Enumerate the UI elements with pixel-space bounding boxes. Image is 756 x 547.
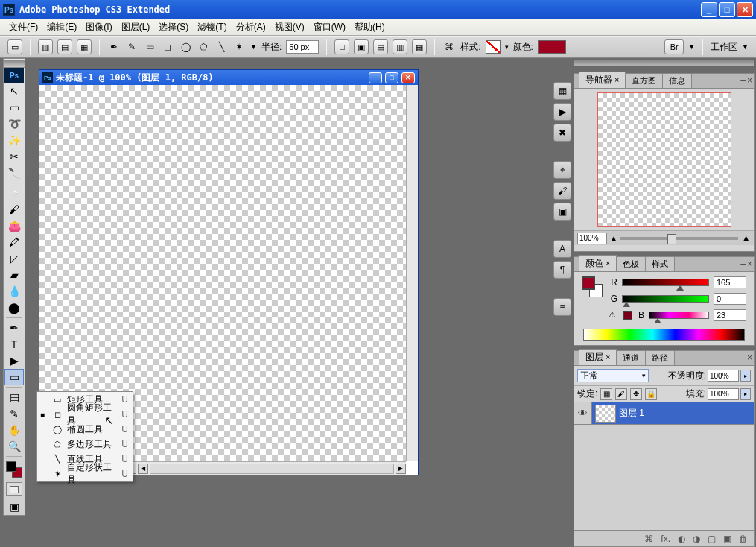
close-button[interactable]: ✕ (737, 2, 753, 17)
color-fg-swatch[interactable] (582, 276, 595, 290)
dodge-tool[interactable]: ⬤ (4, 300, 24, 316)
history-brush-tool[interactable]: 🖍 (4, 234, 24, 250)
dock-tool-presets-icon[interactable]: ⌖ (553, 161, 571, 179)
scroll-left-icon[interactable]: ◀ (138, 464, 148, 474)
paths-icon[interactable]: ▤ (57, 39, 72, 54)
brush-tool[interactable]: 🖌 (4, 201, 24, 218)
scroll-track[interactable] (150, 464, 394, 474)
link-icon[interactable]: ⌘ (442, 40, 456, 54)
crop-tool[interactable]: ✂ (4, 148, 24, 165)
panel-minimize-icon[interactable]: – (740, 352, 746, 363)
menu-help[interactable]: 帮助(H) (350, 19, 390, 35)
zoom-in-icon[interactable]: ▲ (741, 233, 751, 244)
style-chevron-icon[interactable]: ▾ (505, 43, 509, 51)
wand-tool[interactable]: ✨ (4, 132, 24, 148)
menu-layer[interactable]: 图层(L) (117, 19, 155, 35)
path-select-tool[interactable]: ▶ (4, 352, 24, 369)
g-input[interactable] (714, 293, 746, 305)
tab-channels[interactable]: 通道 (616, 350, 646, 365)
shape-options-chevron-icon[interactable]: ▼ (250, 43, 257, 51)
blend-mode-select[interactable]: 正常▾ (577, 369, 649, 382)
dock-navigator-icon[interactable]: ▦ (553, 82, 571, 100)
gradient-tool[interactable]: ▰ (4, 267, 24, 283)
dock-clone-icon[interactable]: ▣ (553, 203, 571, 221)
zoom-tool[interactable]: 🔍 (4, 438, 24, 455)
navigator-zoom-slider[interactable] (620, 237, 738, 240)
tab-histogram[interactable]: 直方图 (625, 73, 663, 88)
ellipse-shape-icon[interactable]: ◯ (179, 40, 192, 54)
pen-icon[interactable]: ✒ (107, 40, 121, 54)
toolbox-grip[interactable] (4, 60, 25, 68)
tab-styles[interactable]: 样式 (645, 256, 675, 271)
rect-shape-icon[interactable]: ▭ (143, 40, 156, 54)
ctx-ellipse-tool[interactable]: ◯ 椭圆工具 U (37, 422, 133, 437)
dock-info-icon[interactable]: ✖ (553, 124, 571, 142)
blur-tool[interactable]: 💧 (4, 283, 24, 300)
gamut-warning-icon[interactable]: ⚠ (609, 310, 619, 320)
vertical-scrollbar[interactable] (406, 85, 418, 461)
color-spectrum[interactable] (583, 329, 745, 341)
notes-tool[interactable]: ▤ (4, 389, 24, 405)
document-titlebar[interactable]: Ps 未标题-1 @ 100% (图层 1, RGB/8) _ □ ✕ (39, 70, 418, 85)
panel-close-icon[interactable]: × (747, 75, 752, 86)
navigator-thumbnail[interactable] (597, 92, 731, 227)
navigator-zoom-input[interactable] (577, 233, 607, 244)
custom-shape-icon[interactable]: ✶ (232, 40, 246, 54)
new-layer-icon[interactable]: ▣ (723, 534, 731, 544)
move-tool[interactable]: ↖ (4, 83, 24, 99)
hand-tool[interactable]: ✋ (4, 422, 24, 438)
quick-mask-icon[interactable] (6, 482, 22, 496)
menu-image[interactable]: 图像(I) (81, 19, 116, 35)
shape-layers-icon[interactable]: ▥ (38, 39, 53, 54)
layer-group-icon[interactable]: ▢ (708, 534, 716, 544)
color-fgbg-swatch[interactable] (582, 276, 603, 297)
opacity-chevron-icon[interactable]: ▸ (740, 370, 751, 382)
freeform-pen-icon[interactable]: ✎ (125, 40, 139, 54)
ctx-custom-shape-tool[interactable]: ✶ 自定形状工具 U (37, 467, 133, 481)
lock-transparent-icon[interactable]: ▦ (600, 388, 612, 400)
eraser-tool[interactable]: ◸ (4, 250, 24, 267)
menu-analysis[interactable]: 分析(A) (232, 19, 270, 35)
b-input[interactable] (714, 309, 746, 321)
combine-exclude-icon[interactable]: ▦ (412, 39, 427, 54)
shape-tool[interactable]: ▭ (4, 369, 24, 385)
dock-brushes-icon[interactable]: 🖌 (553, 182, 571, 200)
gamut-color-icon[interactable] (623, 311, 632, 320)
dock-paragraph-icon[interactable]: ¶ (553, 261, 571, 279)
line-shape-icon[interactable]: ╲ (215, 40, 228, 54)
layer-row[interactable]: 👁 图层 1 (574, 402, 754, 425)
fill-input[interactable]: 100% (708, 388, 739, 400)
eyedropper-tool[interactable]: ✎ (4, 405, 24, 422)
polygon-shape-icon[interactable]: ⬠ (197, 40, 210, 54)
layer-name[interactable]: 图层 1 (619, 407, 644, 420)
zoom-out-icon[interactable]: ▲ (610, 234, 617, 242)
menu-window[interactable]: 窗口(W) (309, 19, 350, 35)
maximize-button[interactable]: □ (719, 2, 735, 17)
screen-mode-icon[interactable]: ▣ (4, 499, 24, 515)
type-tool[interactable]: T (4, 336, 24, 352)
ctx-polygon-tool[interactable]: ⬠ 多边形工具 U (37, 437, 133, 452)
layer-thumbnail[interactable] (595, 405, 616, 423)
panel-minimize-icon[interactable]: – (740, 259, 746, 269)
slice-tool[interactable]: 🔪 (4, 165, 24, 181)
dock-histogram-icon[interactable]: ▶ (553, 103, 571, 121)
fg-bg-color[interactable] (6, 461, 22, 478)
rounded-rect-shape-icon[interactable]: ◻ (161, 40, 174, 54)
doc-minimize-button[interactable]: _ (369, 72, 382, 83)
fg-color-swatch[interactable] (6, 461, 16, 472)
ctx-rounded-rect-tool[interactable]: ■ ◻ 圆角矩形工具 U (37, 407, 133, 422)
pen-tool[interactable]: ✒ (4, 320, 24, 336)
style-picker[interactable] (486, 40, 501, 54)
dock-character-icon[interactable]: A (553, 240, 571, 258)
marquee-tool[interactable]: ▭ (4, 99, 24, 116)
tab-paths[interactable]: 路径 (645, 350, 675, 365)
bridge-icon[interactable]: Br (664, 39, 684, 54)
healing-tool[interactable]: 🩹 (4, 185, 24, 201)
layer-mask-icon[interactable]: ◐ (678, 534, 685, 544)
g-slider[interactable] (622, 295, 709, 303)
menu-filter[interactable]: 滤镜(T) (193, 19, 231, 35)
color-picker[interactable] (538, 40, 566, 54)
panel-minimize-icon[interactable]: – (740, 75, 746, 86)
scroll-right-icon[interactable]: ▶ (396, 464, 406, 474)
combine-new-icon[interactable]: □ (334, 39, 349, 54)
